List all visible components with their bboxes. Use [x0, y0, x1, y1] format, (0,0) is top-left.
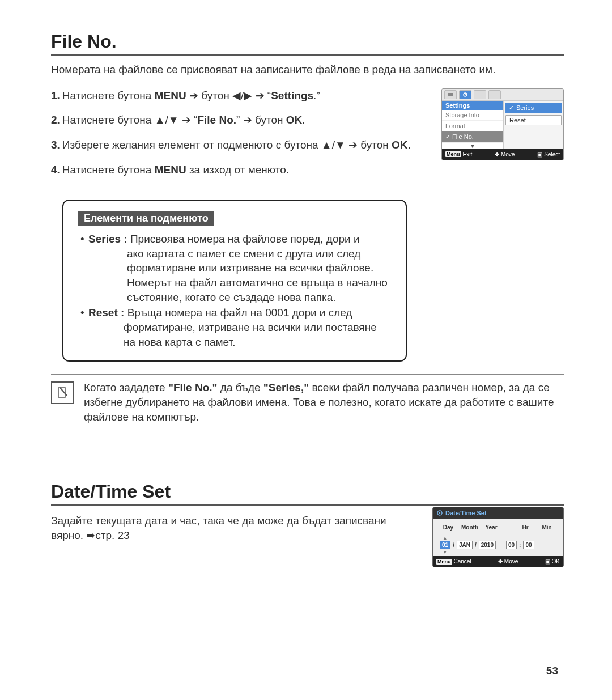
callout-title: Елементи на подменюто — [78, 211, 214, 226]
datetime-screenshot: Date/Time Set Day Month Year Hr Min 01 / — [432, 507, 564, 567]
move-icon: ✥ — [498, 558, 503, 565]
fileno-intro: Номерата на файлове се присвояват на зап… — [51, 62, 564, 77]
field-hr: 00 — [506, 541, 517, 549]
steps-list: 1.Натиснете бутона MENU ➔ бутон ◀/▶ ➔ “S… — [51, 88, 431, 177]
gear-icon — [436, 510, 443, 516]
select-icon: ▣ — [537, 151, 542, 158]
lbl-min: Min — [538, 524, 555, 531]
step-1: 1.Натиснете бутона MENU ➔ бутон ◀/▶ ➔ “S… — [51, 88, 431, 103]
chevron-down-icon: ▼ — [442, 143, 503, 149]
lbl-hr: Hr — [517, 524, 534, 531]
lbl-year: Year — [483, 524, 500, 531]
move-icon: ✥ — [495, 151, 499, 158]
svg-rect-0 — [448, 93, 453, 96]
callout-reset: Reset : Връща номера на файл на 0001 дор… — [78, 306, 391, 349]
note-text: Когато зададете "File No." да бъде "Seri… — [84, 380, 564, 424]
svg-point-4 — [439, 512, 440, 514]
tab-icon — [474, 90, 486, 99]
field-day: 01 — [440, 541, 450, 549]
field-month: JAN — [457, 541, 473, 549]
section-title-datetime: Date/Time Set — [51, 481, 564, 506]
ok-icon: ▣ — [545, 558, 550, 565]
screenshot-title: Date/Time Set — [445, 510, 487, 516]
note-icon — [51, 381, 74, 404]
gear-icon — [459, 90, 471, 99]
datetime-intro: Задайте текущата дата и час, така че да … — [51, 514, 415, 542]
tab-icon — [444, 90, 457, 99]
step-3: 3.Изберете желания елемент от подменюто … — [51, 138, 431, 152]
page-number: 53 — [546, 665, 558, 677]
settings-menu-screenshot: Settings Storage Info Format ✓File No. ▼… — [441, 88, 564, 160]
option-reset: Reset — [505, 115, 562, 125]
menu-item-storage: Storage Info — [442, 110, 503, 121]
svg-point-2 — [465, 94, 466, 95]
lbl-day: Day — [440, 524, 457, 531]
lbl-month: Month — [461, 524, 478, 531]
note-block: Когато зададете "File No." да бъде "Seri… — [51, 374, 564, 430]
field-min: 00 — [523, 541, 534, 549]
option-series: ✓Series — [505, 103, 562, 113]
step-2: 2.Натиснете бутона ▲/▼ ➔ “File No.” ➔ бу… — [51, 113, 431, 128]
callout-series: Series : Присвоява номера на файлове пор… — [78, 232, 391, 304]
field-year: 2010 — [479, 541, 496, 549]
section-title-fileno: File No. — [51, 31, 564, 56]
tab-icon — [488, 90, 501, 99]
step-4: 4.Натиснете бутона MENU за изход от меню… — [51, 163, 431, 177]
menu-header: Settings — [442, 101, 503, 110]
submenu-callout: Елементи на подменюто Series : Присвоява… — [62, 200, 407, 362]
menu-item-format: Format — [442, 121, 503, 131]
menu-item-fileno: ✓File No. — [442, 131, 503, 143]
